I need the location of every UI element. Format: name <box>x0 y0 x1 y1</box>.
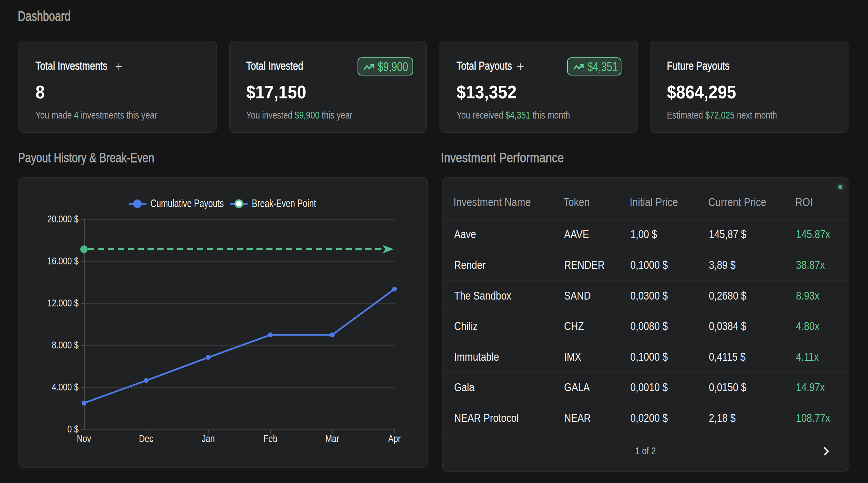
svg-text:Feb: Feb <box>264 433 277 444</box>
svg-text:20.000 $: 20.000 $ <box>47 213 79 225</box>
svg-text:16.000 $: 16.000 $ <box>47 256 79 267</box>
svg-text:Break-Even Point: Break-Even Point <box>252 197 316 209</box>
svg-text:12.000 $: 12.000 $ <box>47 298 79 309</box>
svg-text:4.000 $: 4.000 $ <box>52 382 79 393</box>
svg-text:Nov: Nov <box>77 433 91 444</box>
svg-text:8.000 $: 8.000 $ <box>52 340 79 351</box>
svg-text:Apr: Apr <box>388 433 401 444</box>
svg-text:Cumulative Payouts: Cumulative Payouts <box>151 197 224 209</box>
svg-text:Dec: Dec <box>139 433 153 444</box>
svg-text:Mar: Mar <box>325 433 339 444</box>
svg-text:Jan: Jan <box>202 433 215 444</box>
